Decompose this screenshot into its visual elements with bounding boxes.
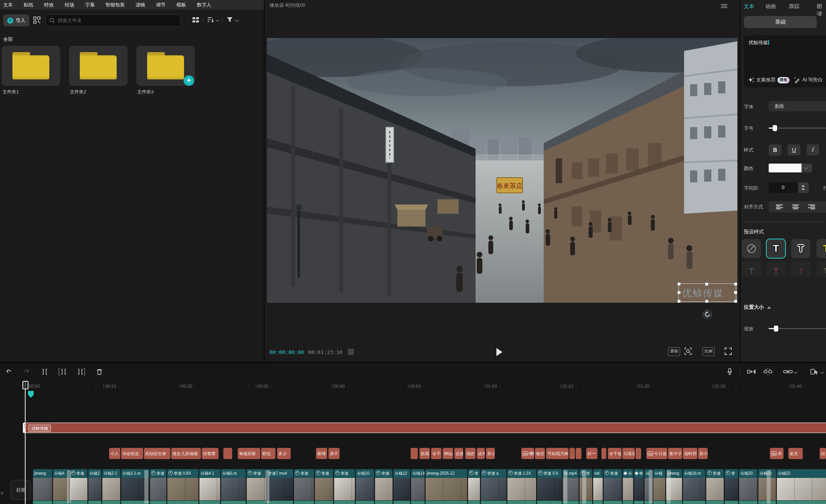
folder-add-badge[interactable]: + — [184, 75, 194, 86]
video-clip[interactable]: 分镜5.m — [221, 469, 246, 504]
subtitle-clip[interactable]: 夜半子 — [668, 448, 682, 459]
color-dropdown-button[interactable] — [802, 164, 812, 172]
preset-style-row2-4[interactable]: T — [816, 261, 826, 277]
video-clip[interactable]: jimeng-2025-12 — [425, 469, 467, 504]
watermark-selection-box[interactable]: 优鲸传媒 — [678, 283, 736, 302]
search-box[interactable] — [46, 14, 180, 26]
preset-style-1-selected[interactable]: T — [766, 239, 786, 258]
playhead-line[interactable] — [25, 381, 26, 504]
subtitle-clip[interactable]: Aa哪怕 — [521, 448, 534, 459]
resize-handle[interactable] — [705, 282, 709, 286]
subtitle-clip[interactable]: 那也 — [261, 448, 275, 459]
transition-marker[interactable] — [67, 470, 71, 504]
font-size-slider[interactable] — [769, 128, 826, 129]
redo-button[interactable] — [22, 367, 31, 376]
text-clip[interactable]: 优鲸传媒 — [25, 423, 826, 433]
video-clip[interactable]: 变速 — [247, 469, 266, 504]
video-clip[interactable]: 变速 — [315, 469, 333, 504]
tab-readaloud[interactable]: 朗读 — [817, 3, 826, 17]
menu-item-1[interactable]: 文本 — [3, 2, 13, 8]
subtitle-clip[interactable]: 奉城苏家 — [238, 448, 260, 459]
split-keep-right-button[interactable]: ][ — [76, 367, 86, 376]
video-clip[interactable]: 分镜20. — [739, 469, 757, 504]
menu-item-4[interactable]: 转场 — [65, 2, 74, 8]
subtitle-clip[interactable]: 敢在 — [535, 448, 545, 459]
video-clip[interactable]: 变速 — [603, 469, 622, 504]
search-input[interactable] — [57, 17, 177, 24]
menu-item-8[interactable]: 调节 — [156, 2, 166, 8]
video-clip[interactable]: 分镜18.m — [683, 469, 705, 504]
import-button[interactable]: + 导入 — [3, 14, 29, 26]
align-center-button[interactable] — [792, 204, 799, 210]
video-clip[interactable]: 分镜4-1 — [199, 469, 220, 504]
text-content-area[interactable]: 优鲸传媒 文案推荐 限免 AI 写旁白 — [744, 35, 826, 87]
video-clip[interactable]: 分镜 — [653, 469, 665, 504]
bold-button[interactable]: B — [769, 144, 781, 156]
subtitle-clip[interactable]: 此劫应在奉 — [144, 448, 170, 459]
video-clip[interactable]: 分镜12 — [393, 469, 410, 504]
subtitle-clip[interactable]: 日落苏 — [622, 448, 635, 459]
slider-thumb[interactable] — [773, 125, 777, 131]
video-clip[interactable]: 分镜2 — [88, 469, 101, 504]
subtitle-clip[interactable] — [601, 448, 606, 459]
preset-style-row2-2[interactable]: T — [766, 261, 786, 277]
video-clip[interactable]: 分镜2-1 — [102, 469, 120, 504]
subtitle-clip[interactable]: Aa今日是 — [646, 448, 667, 459]
subtitle-clip[interactable]: 多少 — [277, 448, 291, 459]
preset-style-row2-1[interactable]: T — [742, 261, 761, 277]
subtitle-clip[interactable]: 老夫 — [788, 448, 803, 459]
section-basic-button[interactable]: 基础 — [744, 16, 817, 28]
preset-none-button[interactable] — [742, 239, 761, 258]
subtitle-clip[interactable]: 但 — [820, 448, 826, 459]
italic-button[interactable]: I — [806, 144, 819, 156]
transition-marker[interactable] — [582, 470, 586, 504]
letter-spacing-input[interactable]: 0 — [769, 182, 798, 193]
video-clip[interactable]: 变速 — [150, 469, 166, 504]
cover-button[interactable]: 封面 — [11, 480, 31, 500]
resize-handle[interactable] — [677, 282, 681, 286]
subtitle-clip[interactable]: 他女儿苏倾城 — [171, 448, 201, 459]
font-select[interactable]: 系统 — [769, 101, 826, 111]
resize-handle[interactable] — [677, 300, 681, 303]
delete-button[interactable] — [95, 367, 104, 376]
video-clip[interactable]: 分镜10 — [356, 469, 374, 504]
sort-control[interactable] — [207, 16, 219, 23]
subtitle-clip[interactable]: 届时邪 — [683, 448, 697, 459]
video-clip[interactable]: 分镜14 — [411, 469, 425, 504]
video-clip[interactable]: 变速 — [334, 469, 355, 504]
copy-suggest-button[interactable]: 文案推荐 — [756, 77, 775, 83]
subtitle-clip[interactable]: 可知我乃奉 — [546, 448, 569, 459]
transition-marker[interactable] — [265, 470, 269, 504]
fullscreen-icon[interactable] — [724, 347, 732, 355]
scale-slider[interactable] — [769, 328, 826, 329]
subtitle-clip[interactable] — [569, 448, 575, 459]
video-clip[interactable]: 变速 — [375, 469, 393, 504]
video-clip[interactable]: 变速 a — [481, 469, 506, 504]
frame-grid-icon[interactable] — [348, 349, 355, 355]
zoom-fit-icon[interactable] — [684, 347, 692, 355]
undo-button[interactable] — [4, 367, 14, 376]
resize-handle[interactable] — [734, 282, 737, 286]
tab-tracking[interactable]: 跟踪 — [789, 3, 800, 10]
video-clip[interactable]: 变 — [468, 469, 480, 504]
video-clip[interactable]: 变 — [725, 469, 738, 504]
subtitle-clip[interactable]: 师傅 — [316, 448, 327, 459]
player-menu-icon[interactable] — [721, 3, 727, 9]
subtitle-clip[interactable]: 神仙 — [443, 448, 453, 459]
color-swatch[interactable] — [769, 164, 802, 172]
transition-marker[interactable] — [563, 470, 567, 504]
video-clip[interactable]: 变速 0.9 — [537, 469, 562, 504]
qr-scan-icon[interactable] — [33, 16, 41, 24]
preset-style-2[interactable]: T — [791, 239, 810, 258]
filter-control[interactable] — [226, 16, 238, 23]
subtitle-clip[interactable] — [411, 448, 418, 459]
transition-marker[interactable] — [667, 470, 671, 504]
timeline-ruler[interactable]: 00:0000:1000:2000:3000:4000:5001:0001:10… — [0, 381, 826, 392]
record-voiceover-button[interactable] — [725, 367, 735, 376]
video-clip[interactable]: 将 — [634, 469, 644, 504]
ratio-button[interactable]: 比例 — [703, 347, 715, 356]
transition-marker[interactable] — [649, 470, 653, 504]
subtitle-clip[interactable]: Aa求 — [770, 448, 783, 459]
split-keep-left-button[interactable]: ][ — [58, 367, 67, 376]
video-clip[interactable]: 分镜22 — [777, 469, 826, 504]
